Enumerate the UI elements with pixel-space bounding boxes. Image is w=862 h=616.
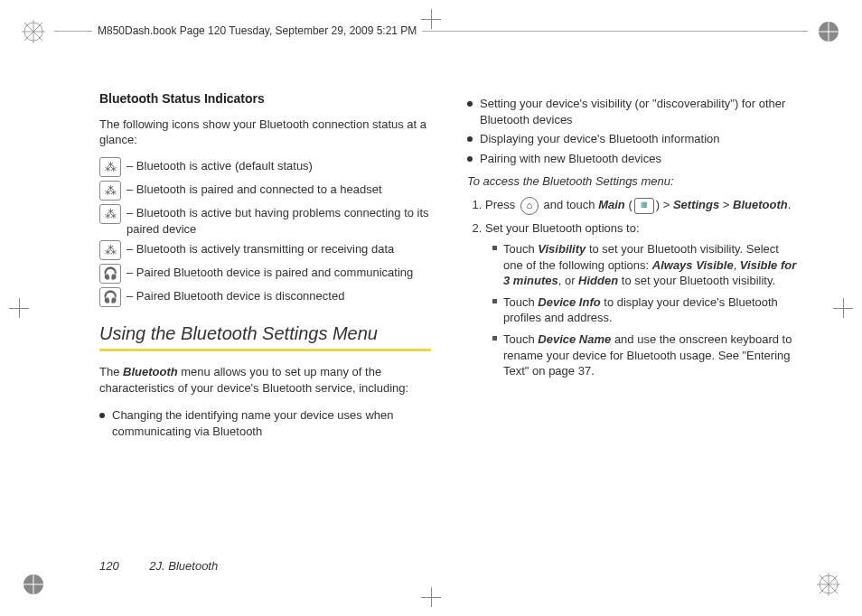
list-item: Pairing with new Bluetooth devices: [467, 151, 799, 167]
content-columns: Bluetooth Status Indicators The followin…: [99, 90, 799, 562]
icon-description: – Paired Bluetooth device is disconnecte…: [126, 287, 344, 304]
registration-star-icon: [815, 571, 842, 598]
status-icon-row: 🎧 – Paired Bluetooth device is paired an…: [99, 264, 431, 284]
intro-text: The following icons show your Bluetooth …: [99, 117, 431, 148]
bluetooth-transmitting-icon: ⁂: [99, 240, 121, 260]
status-icon-row: ⁂ – Bluetooth is actively transmitting o…: [99, 240, 431, 260]
list-item: Displaying your device's Bluetooth infor…: [467, 131, 799, 147]
registration-disc-icon: [815, 18, 842, 45]
status-icon-row: ⁂ – Bluetooth is active but having probl…: [99, 204, 431, 237]
icon-description: – Bluetooth is paired and connected to a…: [126, 181, 382, 198]
icon-description: – Bluetooth is active but having problem…: [126, 204, 431, 237]
bluetooth-problem-icon: ⁂: [99, 204, 121, 224]
home-icon: ⌂: [520, 197, 539, 215]
headset-disconnected-icon: 🎧: [99, 287, 121, 307]
left-column: Bluetooth Status Indicators The followin…: [99, 90, 431, 562]
list-item: Changing the identifying name your devic…: [99, 407, 431, 439]
list-item: Touch Visibility to set your Bluetooth v…: [492, 241, 799, 289]
crop-mark-icon: [421, 9, 441, 29]
bluetooth-active-icon: ⁂: [99, 157, 121, 177]
status-icon-row: ⁂ – Bluetooth is paired and connected to…: [99, 181, 431, 201]
status-icon-row: ⁂ – Bluetooth is active (default status): [99, 157, 431, 177]
registration-star-icon: [20, 18, 47, 45]
list-item: Setting your device's visibility (or "di…: [467, 96, 799, 127]
section-intro: The Bluetooth menu allows you to set up …: [99, 364, 431, 396]
crop-mark-icon: [833, 298, 853, 318]
manual-page: M850Dash.book Page 120 Tuesday, Septembe…: [0, 0, 862, 616]
list-item: Touch Device Info to display your device…: [492, 294, 799, 326]
right-column: Setting your device's visibility (or "di…: [467, 90, 799, 562]
icon-description: – Bluetooth is active (default status): [126, 157, 313, 174]
icon-description: – Paired Bluetooth device is paired and …: [126, 264, 413, 281]
page-number: 120: [99, 559, 119, 573]
status-icon-row: 🎧 – Paired Bluetooth device is disconnec…: [99, 287, 431, 307]
headset-communicating-icon: 🎧: [99, 264, 121, 284]
procedure-steps: Press ⌂ and touch Main (▦) > Settings > …: [467, 197, 799, 379]
running-header: M850Dash.book Page 120 Tuesday, Septembe…: [92, 23, 422, 38]
feature-list-cont: Setting your device's visibility (or "di…: [467, 96, 799, 166]
procedure-heading: To access the Bluetooth Settings menu:: [467, 173, 799, 190]
option-list: Touch Visibility to set your Bluetooth v…: [492, 241, 799, 378]
subsection-heading: Bluetooth Status Indicators: [99, 90, 431, 107]
section-title: Using the Bluetooth Settings Menu: [99, 322, 431, 351]
list-item: Touch Device Name and use the onscreen k…: [492, 331, 799, 379]
crop-mark-icon: [9, 298, 29, 318]
feature-list: Changing the identifying name your devic…: [99, 407, 431, 439]
bluetooth-paired-icon: ⁂: [99, 181, 121, 201]
step-item: Press ⌂ and touch Main (▦) > Settings > …: [485, 197, 799, 215]
footer-section: 2J. Bluetooth: [149, 559, 218, 573]
registration-disc-icon: [20, 571, 47, 598]
main-grid-icon: ▦: [634, 198, 654, 214]
icon-description: – Bluetooth is actively transmitting or …: [126, 240, 394, 257]
page-footer: 120 2J. Bluetooth: [99, 558, 218, 574]
step-item: Set your Bluetooth options to: Touch Vis…: [485, 220, 799, 379]
crop-mark-icon: [421, 587, 441, 607]
